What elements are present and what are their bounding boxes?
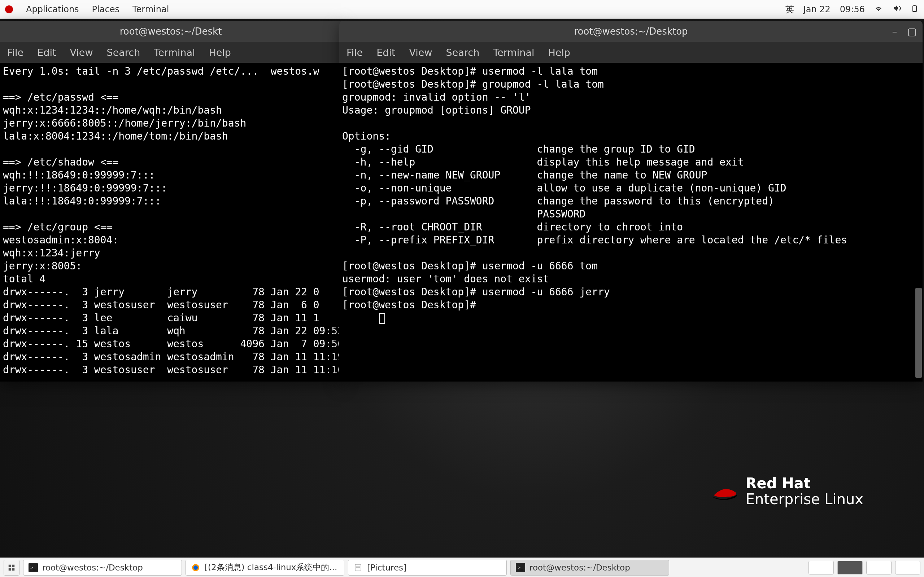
terminal-menubar: File Edit View Search Terminal Help [0,42,341,63]
taskbar-item[interactable]: [Pictures] [348,560,507,575]
menu-file[interactable]: File [347,47,363,58]
svg-rect-3 [12,568,15,570]
menu-view[interactable]: View [409,47,432,58]
battery-icon[interactable] [910,4,919,15]
workspace-indicator-2[interactable] [837,561,863,574]
taskbar-item-label: [Pictures] [367,563,406,572]
show-desktop-button[interactable] [3,560,19,575]
taskbar-item[interactable]: root@westos:~/Desktop [23,560,182,575]
taskbar-item-label: root@westos:~/Desktop [530,563,630,572]
taskbar: root@westos:~/Desktop[(2条消息) class4-linu… [0,558,924,577]
terminal-output[interactable]: Every 1.0s: tail -n 3 /etc/passwd /etc/.… [0,63,341,382]
workspace-indicator-1[interactable] [809,561,834,574]
gnome-topbar: Applications Places Terminal 英 Jan 22 09… [0,0,924,19]
menu-file[interactable]: File [7,47,23,58]
ime-indicator[interactable]: 英 [785,3,794,15]
svg-rect-1 [12,564,15,567]
menu-applications[interactable]: Applications [26,4,79,15]
terminal-icon [29,563,38,572]
wifi-icon[interactable] [874,4,883,15]
menu-terminal[interactable]: Terminal [493,47,534,58]
taskbar-item-label: [(2条消息) class4-linux系统中的... [205,562,337,573]
rhel-text-2: Enterprise Linux [746,491,863,507]
terminal-cursor [380,313,385,324]
svg-rect-2 [9,568,11,570]
menu-terminal[interactable]: Terminal [154,47,195,58]
menu-current-app[interactable]: Terminal [132,4,169,15]
taskbar-item[interactable]: root@westos:~/Desktop [510,560,669,575]
terminal-output[interactable]: [root@westos Desktop]# usermod -l lala t… [339,63,922,382]
volume-icon[interactable] [892,4,901,15]
terminal-icon [516,563,525,572]
terminal-scrollbar[interactable] [915,64,922,382]
window-titlebar[interactable]: root@westos:~/Deskt [0,21,341,42]
terminal-window-left[interactable]: root@westos:~/Deskt File Edit View Searc… [0,21,341,382]
terminal-window-right[interactable]: root@westos:~/Desktop – ▢ File Edit View… [339,21,922,382]
svg-rect-0 [9,564,11,567]
window-title: root@westos:~/Deskt [120,26,222,37]
menu-edit[interactable]: Edit [376,47,395,58]
taskbar-item[interactable]: [(2条消息) class4-linux系统中的... [186,560,344,575]
window-titlebar[interactable]: root@westos:~/Desktop – ▢ [339,21,922,42]
menu-view[interactable]: View [69,47,93,58]
svg-point-5 [194,566,198,570]
gedit-icon [353,563,363,572]
menu-help[interactable]: Help [208,47,231,58]
menu-search[interactable]: Search [446,47,480,58]
menu-help[interactable]: Help [548,47,570,58]
rhel-branding: Red Hat Enterprise Linux [711,475,863,507]
window-title: root@westos:~/Desktop [574,26,688,37]
terminal-menubar: File Edit View Search Terminal Help [339,42,922,63]
workspace-indicator-3[interactable] [866,561,892,574]
firefox-icon [191,563,200,572]
rhel-text-1: Red Hat [746,475,863,491]
workspace-indicator-4[interactable] [895,561,921,574]
maximize-button[interactable]: ▢ [908,26,917,37]
taskbar-item-label: root@westos:~/Desktop [42,563,143,572]
menu-edit[interactable]: Edit [37,47,56,58]
menu-search[interactable]: Search [107,47,141,58]
minimize-button[interactable]: – [892,26,897,37]
topbar-time[interactable]: 09:56 [840,4,865,15]
scrollbar-thumb[interactable] [915,288,922,378]
desktop: root@westos:~/Deskt File Edit View Searc… [0,19,924,558]
menu-places[interactable]: Places [92,4,120,15]
topbar-date[interactable]: Jan 22 [803,4,830,15]
redhat-icon [711,481,738,501]
redhat-icon [5,5,13,13]
